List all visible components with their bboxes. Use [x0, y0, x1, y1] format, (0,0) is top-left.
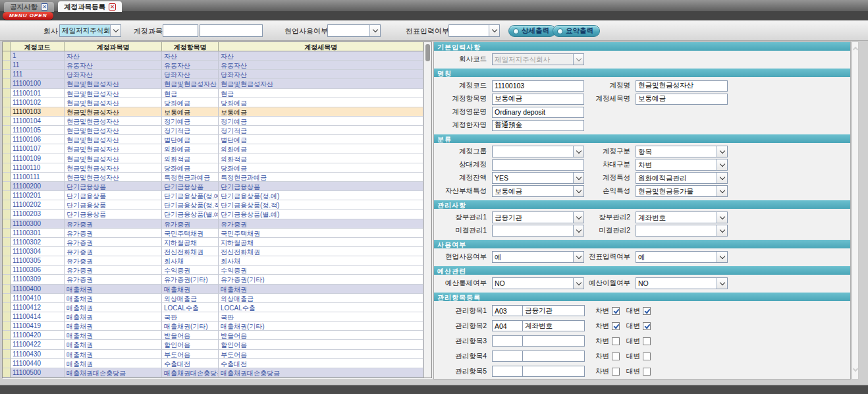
account-name-filter-input[interactable] — [200, 24, 263, 37]
row-selector-cell[interactable] — [3, 322, 11, 331]
credit-checkbox[interactable] — [643, 337, 651, 345]
row-selector-cell[interactable] — [3, 368, 11, 378]
tab-inactive[interactable]: 공지사항✕ — [4, 2, 54, 13]
mgmt-item-code-input[interactable] — [492, 335, 522, 347]
pending-mgmt-1-combo[interactable] — [492, 225, 584, 237]
table-row[interactable]: 11100103현금및현금성자산보통예금보통예금 — [3, 107, 423, 117]
chevron-down-icon[interactable] — [717, 173, 727, 183]
chevron-down-icon[interactable] — [573, 173, 583, 183]
mgmt-item-name-input[interactable] — [522, 366, 585, 377]
profit-loss-characteristic-combo[interactable]: 현금및현금등가물 — [636, 185, 728, 197]
row-selector-cell[interactable] — [3, 247, 11, 256]
table-row[interactable]: 11100304유가증권전신전화채권전신전화채권 — [3, 247, 423, 256]
debit-checkbox[interactable] — [612, 337, 620, 345]
debit-credit-division-combo[interactable]: 차변 — [636, 159, 728, 171]
ledger-mgmt-1-combo[interactable]: 금융기관 — [492, 211, 584, 223]
row-selector-cell[interactable] — [3, 285, 11, 294]
table-row[interactable]: 11100104현금및현금성자산정기예금정기예금 — [3, 117, 423, 126]
chevron-down-icon[interactable] — [717, 278, 727, 289]
table-row[interactable]: 11100106현금및현금성자산별단예금별단예금 — [3, 135, 423, 144]
chevron-down-icon[interactable] — [717, 225, 727, 236]
table-row[interactable]: 11100202단기금융상품단기금융상품(정.적)단기금융상품(정.적) — [3, 200, 423, 210]
close-icon[interactable]: ✕ — [109, 3, 116, 11]
table-row[interactable]: 11100305유가증권회사채회사채 — [3, 256, 423, 266]
slip-entry-filter-combo[interactable] — [448, 24, 500, 37]
table-row[interactable]: 11100107현금및현금성자산외화예금외화예금 — [3, 144, 423, 154]
row-selector-cell[interactable] — [3, 340, 11, 349]
debit-checkbox[interactable] — [612, 368, 620, 376]
debit-checkbox[interactable] — [612, 352, 620, 360]
chevron-down-icon[interactable] — [717, 159, 727, 170]
row-selector-cell[interactable] — [3, 126, 11, 135]
table-row[interactable]: 11100306유가증권수익증권수익증권 — [3, 266, 423, 275]
row-selector-cell[interactable] — [3, 256, 11, 266]
asset-liability-characteristic-combo[interactable]: 보통예금 — [492, 185, 584, 197]
row-selector-cell[interactable] — [3, 359, 11, 368]
table-row[interactable]: 11100412매출채권LOCAL수출LOCAL수출 — [3, 303, 423, 312]
account-characteristic-combo[interactable]: 원화예적금관리 — [636, 172, 728, 184]
table-row[interactable]: 11100422매출채권할인어음할인어음 — [3, 340, 423, 349]
row-selector-cell[interactable] — [3, 266, 11, 275]
table-row[interactable]: 11100500매출채권대손충당금매출채권대손충당금매출채권대손충당금 — [3, 368, 423, 378]
chevron-down-icon[interactable] — [717, 146, 727, 157]
table-row[interactable]: 11100301유가증권국민주택채권국민주택채권 — [3, 229, 423, 238]
chevron-down-icon[interactable] — [573, 278, 583, 289]
debit-checkbox[interactable] — [612, 322, 620, 330]
account-detail-name-input[interactable] — [636, 94, 728, 105]
table-row[interactable]: 11100400매출채권매출채권매출채권 — [3, 285, 423, 294]
chevron-down-icon[interactable] — [489, 25, 499, 36]
company-combo[interactable]: 제일저지주식회사 — [59, 24, 121, 37]
row-selector-cell[interactable] — [3, 350, 11, 359]
pending-mgmt-2-combo[interactable] — [636, 225, 728, 237]
account-name-input[interactable] — [636, 80, 728, 92]
row-selector-cell[interactable] — [3, 210, 11, 219]
account-code-filter-input[interactable] — [163, 24, 198, 37]
mgmt-item-name-input[interactable] — [522, 320, 585, 331]
chevron-down-icon[interactable] — [717, 212, 727, 223]
credit-checkbox[interactable] — [643, 352, 651, 360]
table-row[interactable]: 11100309유가증권유가증권(기타)유가증권(기타) — [3, 275, 423, 284]
chevron-down-icon[interactable] — [717, 252, 727, 262]
row-selector-cell[interactable] — [3, 191, 11, 200]
table-row[interactable]: 11100101현금및현금성자산현금현금 — [3, 89, 423, 98]
row-selector-cell[interactable] — [3, 89, 11, 98]
chevron-down-icon[interactable] — [110, 25, 121, 36]
table-row[interactable]: 11100419매출채권매출채권(기타)매출채권(기타) — [3, 322, 423, 331]
ledger-mgmt-2-combo[interactable]: 계좌번호 — [636, 211, 728, 223]
row-selector-cell[interactable] — [3, 200, 11, 210]
table-row[interactable]: 11100300유가증권유가증권유가증권 — [3, 219, 423, 229]
mgmt-item-code-input[interactable] — [492, 320, 522, 331]
account-item-name-input[interactable] — [492, 94, 584, 105]
row-selector-cell[interactable] — [3, 219, 11, 229]
row-selector-cell[interactable] — [3, 275, 11, 284]
chevron-down-icon[interactable] — [573, 225, 583, 236]
row-selector-cell[interactable] — [3, 107, 11, 117]
mgmt-item-code-input[interactable] — [492, 351, 522, 362]
slip-entry-combo[interactable]: 예 — [636, 251, 728, 263]
row-selector-cell[interactable] — [3, 98, 11, 107]
tab-active[interactable]: 계정과목등록✕ — [58, 1, 122, 13]
row-selector-cell[interactable] — [3, 51, 11, 61]
account-hanja-name-input[interactable] — [492, 120, 584, 131]
table-row[interactable]: 11100302유가증권지하철공채지하철공채 — [3, 238, 423, 247]
chevron-down-icon[interactable] — [717, 186, 727, 196]
debit-checkbox[interactable] — [612, 307, 620, 315]
table-row[interactable]: 11100440매출채권수출대전수출대전 — [3, 359, 423, 368]
credit-checkbox[interactable] — [643, 368, 651, 376]
chevron-down-icon[interactable] — [573, 212, 583, 223]
row-selector-cell[interactable] — [3, 312, 11, 322]
close-icon[interactable]: ✕ — [41, 3, 48, 11]
budget-carryover-combo[interactable]: NO — [636, 277, 728, 289]
field-use-combo[interactable]: 예 — [492, 251, 584, 263]
table-row[interactable]: 11100410매출채권외상매출금외상매출금 — [3, 294, 423, 303]
table-row[interactable]: 11100111현금및현금성자산특정현금과예금특정현금과예금 — [3, 173, 423, 182]
chevron-down-icon[interactable] — [573, 186, 583, 196]
table-row[interactable]: 11100105현금및현금성자산정기적금정기적금 — [3, 126, 423, 135]
row-selector-cell[interactable] — [3, 331, 11, 340]
detail-print-button[interactable]: 상세출력 — [508, 25, 556, 37]
table-row[interactable]: 11100430매출채권부도어음부도어음 — [3, 350, 423, 359]
row-selector-cell[interactable] — [3, 79, 11, 88]
mgmt-item-code-input[interactable] — [492, 366, 522, 377]
credit-checkbox[interactable] — [643, 322, 651, 330]
row-selector-cell[interactable] — [3, 229, 11, 238]
